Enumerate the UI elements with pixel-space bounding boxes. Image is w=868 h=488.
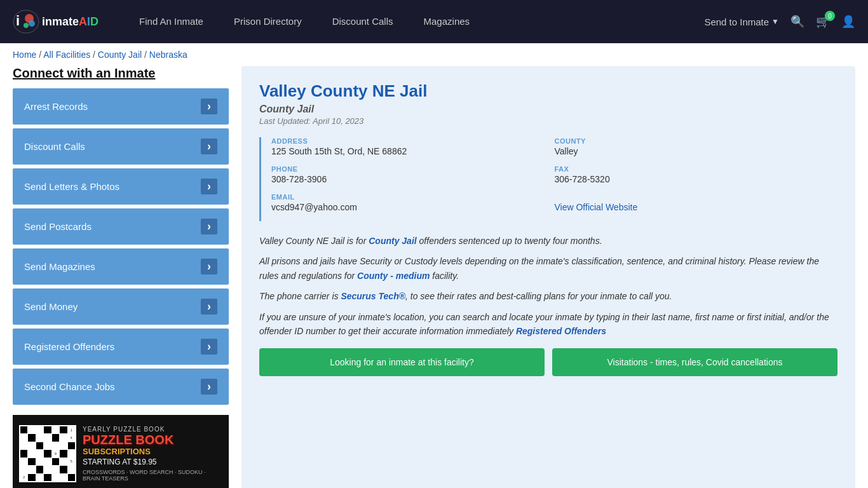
- registered-offenders-link[interactable]: Registered Offenders: [516, 326, 606, 336]
- breadcrumb-all-facilities[interactable]: All Facilities: [43, 50, 90, 60]
- info-email: EMAIL vcsd947@yahoo.com: [271, 193, 555, 212]
- chevron-right-icon: ›: [201, 139, 217, 154]
- svg-point-3: [29, 20, 35, 27]
- breadcrumb-sep2: /: [93, 50, 98, 60]
- ad-subscriptions-label: SUBSCRIPTIONS: [83, 447, 222, 456]
- description-section: Valley County NE Jail is for County Jail…: [259, 234, 837, 338]
- sidebar-item-send-magazines[interactable]: Send Magazines ›: [13, 248, 229, 285]
- visitations-button[interactable]: Visitations - times, rules, Covid cancel…: [552, 348, 837, 376]
- info-website: View Official Website: [555, 193, 838, 212]
- search-icon[interactable]: 🔍: [790, 15, 804, 29]
- ad-price-label: STARTING AT $19.95: [83, 458, 222, 466]
- action-buttons: Looking for an inmate at this facility? …: [259, 348, 837, 376]
- phone-value: 308-728-3906: [271, 174, 555, 184]
- ad-crossword-graphic: 1 4 9 5 2: [19, 425, 76, 482]
- sidebar-item-label: Second Chance Jobs: [24, 381, 115, 392]
- ad-puzzle-label: PUZZLE BOOK: [83, 433, 222, 447]
- sidebar-item-label: Send Postcards: [24, 221, 92, 232]
- sidebar-item-discount-calls[interactable]: Discount Calls ›: [13, 128, 229, 165]
- email-value: vcsd947@yahoo.com: [271, 202, 555, 212]
- desc-para-4: If you are unsure of your inmate's locat…: [259, 310, 837, 339]
- cart-wrapper[interactable]: 🛒 0: [816, 15, 830, 29]
- find-inmate-button[interactable]: Looking for an inmate at this facility?: [259, 348, 545, 376]
- chevron-right-icon: ›: [201, 339, 217, 355]
- facility-type: County Jail: [259, 104, 837, 115]
- desc-para-1: Valley County NE Jail is for County Jail…: [259, 234, 837, 248]
- chevron-right-icon: ›: [201, 259, 217, 274]
- nav-find-inmate[interactable]: Find An Inmate: [124, 0, 219, 43]
- sidebar-item-arrest-records[interactable]: Arrest Records ›: [13, 88, 229, 125]
- chevron-right-icon: ›: [201, 219, 217, 234]
- info-phone: PHONE 308-728-3906: [271, 165, 555, 184]
- sidebar-item-label: Send Letters & Photos: [24, 181, 119, 192]
- chevron-right-icon: ›: [201, 299, 217, 315]
- ad-text: YEARLY PUZZLE BOOK PUZZLE BOOK SUBSCRIPT…: [83, 426, 222, 482]
- send-to-inmate-button[interactable]: Send to Inmate ▼: [704, 17, 779, 27]
- sidebar-item-label: Discount Calls: [24, 141, 85, 152]
- address-value: 125 South 15th St, Ord, NE 68862: [271, 146, 555, 156]
- breadcrumb-home[interactable]: Home: [13, 50, 36, 60]
- logo[interactable]: i inmateAID: [13, 10, 98, 34]
- cart-badge: 0: [825, 11, 835, 21]
- phone-label: PHONE: [271, 165, 555, 173]
- svg-text:i: i: [16, 13, 20, 29]
- sidebar-item-label: Registered Offenders: [24, 341, 114, 352]
- send-to-inmate-label: Send to Inmate: [704, 17, 769, 27]
- logo-text: inmateAID: [42, 15, 98, 29]
- breadcrumb: Home / All Facilities / County Jail / Ne…: [0, 43, 868, 66]
- ad-types-label: CROSSWORDS · WORD SEARCH · SUDOKU · BRAI…: [83, 469, 222, 482]
- sidebar-title: Connect with an Inmate: [13, 66, 229, 81]
- sidebar-item-label: Send Money: [24, 301, 78, 312]
- chevron-right-icon: ›: [201, 98, 217, 114]
- navbar-right: Send to Inmate ▼ 🔍 🛒 0 👤: [704, 15, 855, 29]
- sidebar-item-second-chance-jobs[interactable]: Second Chance Jobs ›: [13, 369, 229, 405]
- navbar: i inmateAID Find An Inmate Prison Direct…: [0, 0, 868, 43]
- main-layout: Connect with an Inmate Arrest Records › …: [0, 66, 868, 488]
- desc-para-2: All prisons and jails have Security or C…: [259, 254, 837, 283]
- breadcrumb-county-jail[interactable]: County Jail: [98, 50, 142, 60]
- logo-icon: i: [13, 10, 39, 34]
- county-value: Valley: [555, 146, 838, 156]
- address-label: ADDRESS: [271, 137, 555, 145]
- navbar-links: Find An Inmate Prison Directory Discount…: [124, 0, 704, 43]
- user-icon[interactable]: 👤: [841, 15, 855, 29]
- nav-magazines[interactable]: Magazines: [409, 0, 485, 43]
- fax-label: FAX: [555, 165, 838, 173]
- info-address: ADDRESS 125 South 15th St, Ord, NE 68862: [271, 137, 555, 156]
- info-county: COUNTY Valley: [555, 137, 838, 156]
- sidebar-item-send-postcards[interactable]: Send Postcards ›: [13, 208, 229, 245]
- svg-point-4: [24, 23, 29, 28]
- info-fax: FAX 306-728-5320: [555, 165, 838, 184]
- content-area: Valley County NE Jail County Jail Last U…: [241, 66, 855, 488]
- nav-prison-directory[interactable]: Prison Directory: [219, 0, 317, 43]
- county-label: COUNTY: [555, 137, 838, 145]
- email-label: EMAIL: [271, 193, 555, 201]
- breadcrumb-nebraska[interactable]: Nebraska: [149, 50, 187, 60]
- sidebar-item-send-letters[interactable]: Send Letters & Photos ›: [13, 168, 229, 205]
- website-link[interactable]: View Official Website: [555, 202, 638, 212]
- sidebar-item-label: Send Magazines: [24, 261, 95, 272]
- website-spacer: [555, 193, 838, 201]
- county-jail-link[interactable]: County Jail: [369, 236, 416, 246]
- nav-discount-calls[interactable]: Discount Calls: [317, 0, 409, 43]
- last-updated: Last Updated: April 10, 2023: [259, 116, 837, 126]
- desc-para-3: The phone carrier is Securus Tech®, to s…: [259, 289, 837, 303]
- sidebar-item-send-money[interactable]: Send Money ›: [13, 288, 229, 325]
- sidebar-item-registered-offenders[interactable]: Registered Offenders ›: [13, 329, 229, 365]
- facility-title: Valley County NE Jail: [259, 81, 837, 101]
- fax-value: 306-728-5320: [555, 174, 838, 184]
- sidebar-item-label: Arrest Records: [24, 101, 88, 112]
- chevron-down-icon: ▼: [771, 17, 779, 26]
- county-medium-link[interactable]: County - medium: [357, 271, 430, 281]
- securus-link[interactable]: Securus Tech®: [341, 291, 405, 301]
- breadcrumb-sep3: /: [144, 50, 149, 60]
- info-grid: ADDRESS 125 South 15th St, Ord, NE 68862…: [259, 137, 837, 221]
- ad-yearly-label: YEARLY PUZZLE BOOK: [83, 426, 222, 433]
- sidebar-ad[interactable]: 1 4 9 5 2 YEARLY PUZZLE BOOK PUZZLE BOOK…: [13, 415, 229, 488]
- chevron-right-icon: ›: [201, 379, 217, 395]
- chevron-right-icon: ›: [201, 179, 217, 194]
- sidebar: Connect with an Inmate Arrest Records › …: [13, 66, 229, 488]
